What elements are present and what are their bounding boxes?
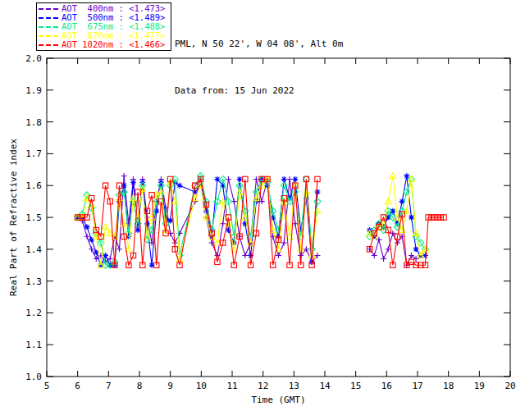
y-tick-label: 1.6	[25, 180, 42, 191]
x-tick-label: 17	[412, 381, 422, 391]
header-block: PML, N 50 22', W 04 08', Alt 0m Data fro…	[175, 5, 343, 130]
x-tick-label: 16	[381, 381, 392, 391]
data-date: Data from: 15 Jun 2022	[175, 83, 343, 98]
x-tick-label: 10	[196, 381, 207, 391]
y-tick-label: 1.0	[25, 372, 42, 382]
legend-line-sample-icon	[39, 44, 58, 46]
y-tick-label: 1.2	[25, 308, 42, 318]
x-tick-label: 9	[167, 381, 173, 391]
legend-line-sample-icon	[39, 26, 58, 28]
x-tick-label: 11	[226, 381, 237, 391]
x-tick-label: 20	[504, 381, 515, 391]
legend: AOT 400nm : <1.473> AOT 500nm : <1.489> …	[36, 2, 171, 51]
legend-line-sample-icon	[39, 17, 58, 19]
x-tick-label: 13	[289, 381, 299, 391]
x-axis-title: Time (GMT)	[251, 395, 305, 405]
legend-entry-label: AOT 1020nm : <1.466>	[62, 40, 165, 49]
x-tick-label: 5	[44, 381, 50, 391]
y-tick-label: 1.3	[25, 276, 42, 287]
x-tick-label: 14	[319, 381, 331, 391]
y-tick-label: 1.1	[25, 340, 42, 350]
y-axis-title: Real Part of Refractive index	[8, 139, 19, 296]
station-info: PML, N 50 22', W 04 08', Alt 0m	[175, 36, 343, 52]
x-tick-label: 6	[75, 381, 80, 391]
x-tick-label: 7	[106, 381, 112, 391]
y-tick-label: 1.9	[25, 85, 42, 96]
y-tick-label: 2.0	[25, 53, 42, 64]
y-tick-label: 1.5	[25, 212, 42, 223]
y-tick-label: 1.4	[25, 244, 42, 255]
x-tick-label: 15	[350, 381, 361, 391]
x-tick-label: 18	[443, 381, 454, 391]
series-aot-675nm	[75, 173, 429, 269]
legend-entry-1020nm: AOT 1020nm : <1.466>	[39, 40, 169, 49]
aeronet-plot-window: 5678910111213141516171819201.01.11.21.31…	[0, 0, 525, 420]
x-tick-label: 12	[258, 381, 268, 391]
x-tick-label: 8	[137, 381, 143, 391]
legend-line-sample-icon	[39, 8, 58, 10]
x-tick-label: 19	[474, 381, 485, 391]
legend-line-sample-icon	[39, 35, 58, 37]
y-tick-label: 1.8	[25, 117, 42, 128]
y-tick-label: 1.7	[25, 148, 42, 159]
